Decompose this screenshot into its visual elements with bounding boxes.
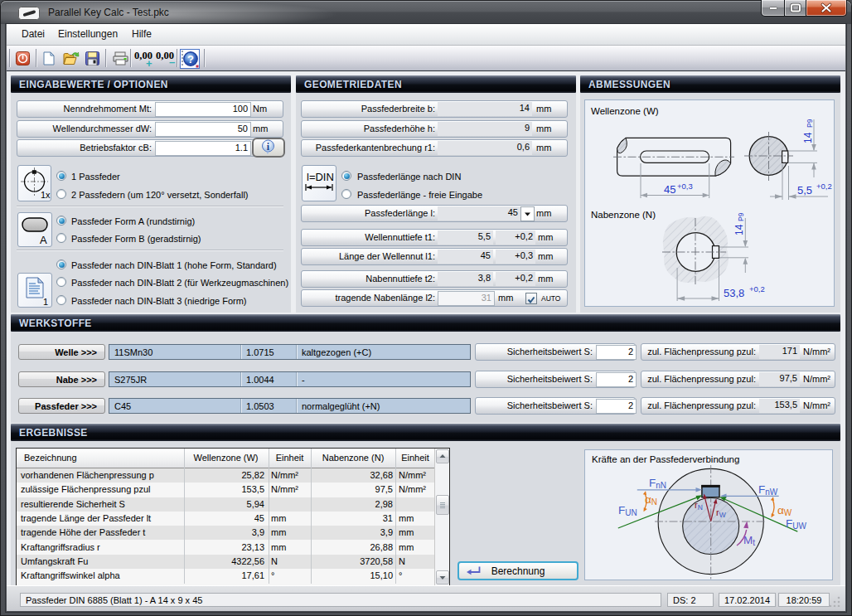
svg-text:αW: αW bbox=[777, 504, 792, 517]
svg-text:45: 45 bbox=[664, 183, 675, 196]
svg-text:14: 14 bbox=[733, 224, 745, 235]
svg-text:l=DIN: l=DIN bbox=[307, 171, 334, 183]
svg-text:Kräfte an der Passfederverbind: Kräfte an der Passfederverbindung bbox=[592, 454, 739, 464]
svg-text:1x: 1x bbox=[41, 190, 51, 200]
svg-text:FUW: FUW bbox=[786, 517, 806, 531]
svg-text:+0,2: +0,2 bbox=[816, 182, 832, 191]
svg-text:5,5: 5,5 bbox=[797, 184, 812, 196]
svg-text:P9: P9 bbox=[806, 119, 814, 128]
svg-text:Nabenzone (N): Nabenzone (N) bbox=[591, 210, 656, 220]
svg-text:+0,3: +0,3 bbox=[677, 182, 693, 191]
svg-text:Wellenzone (W): Wellenzone (W) bbox=[591, 106, 659, 116]
svg-text:14: 14 bbox=[802, 132, 814, 143]
svg-text:1: 1 bbox=[43, 297, 48, 307]
svg-text:FnN: FnN bbox=[649, 477, 666, 490]
svg-text:FnW: FnW bbox=[758, 483, 778, 497]
svg-text:?: ? bbox=[187, 53, 194, 65]
svg-text:53,8: 53,8 bbox=[724, 287, 744, 299]
svg-text:+0,2: +0,2 bbox=[749, 284, 765, 293]
svg-text:αN: αN bbox=[645, 493, 657, 507]
svg-text:P9: P9 bbox=[737, 212, 745, 221]
svg-text:A: A bbox=[40, 234, 47, 246]
svg-text:FUN: FUN bbox=[618, 504, 637, 517]
